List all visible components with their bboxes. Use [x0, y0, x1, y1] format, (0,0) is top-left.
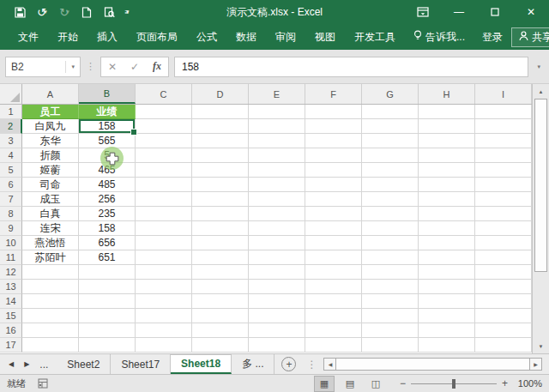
share-button[interactable]: 共享: [511, 27, 549, 47]
new-document-icon[interactable]: [77, 3, 96, 21]
zoom-in-button[interactable]: +: [502, 377, 508, 389]
cell-A13[interactable]: [22, 280, 79, 294]
customize-qat-icon[interactable]: ≡▾: [122, 3, 132, 21]
maximize-button[interactable]: [477, 0, 513, 24]
minimize-button[interactable]: —: [441, 0, 477, 24]
cell-D13[interactable]: [192, 280, 249, 294]
cell-I5[interactable]: [475, 163, 532, 178]
cell-D15[interactable]: [192, 309, 249, 323]
cell-F17[interactable]: [305, 338, 362, 353]
cell-C2[interactable]: [136, 119, 192, 134]
cell-H9[interactable]: [419, 221, 475, 236]
row-header-15[interactable]: 15: [0, 309, 22, 323]
cell-B17[interactable]: [79, 338, 136, 353]
cell-C16[interactable]: [136, 323, 192, 338]
cell-F11[interactable]: [305, 250, 362, 265]
row-header-12[interactable]: 12: [0, 265, 22, 280]
cell-A15[interactable]: [22, 309, 79, 323]
cell-D2[interactable]: [192, 119, 249, 134]
cell-H11[interactable]: [419, 250, 475, 265]
cell-H4[interactable]: [419, 148, 475, 163]
cell-B10[interactable]: 656: [79, 236, 136, 250]
cell-H12[interactable]: [419, 265, 475, 280]
cell-G8[interactable]: [362, 207, 419, 221]
column-header-I[interactable]: I: [475, 84, 532, 104]
cell-G6[interactable]: [362, 178, 419, 192]
sheet-tab-Sheet17[interactable]: Sheet17: [111, 354, 171, 374]
normal-view-button[interactable]: ▦: [314, 376, 335, 392]
name-box[interactable]: B2 ▾: [5, 57, 81, 77]
ribbon-tab-开发工具[interactable]: 开发工具: [345, 24, 405, 50]
cell-F9[interactable]: [305, 221, 362, 236]
cell-H17[interactable]: [419, 338, 475, 353]
undo-dropdown-icon[interactable]: ▾: [44, 9, 47, 15]
redo-button[interactable]: ↻▾: [55, 3, 74, 21]
cell-A9[interactable]: 连宋: [22, 221, 79, 236]
cell-F10[interactable]: [305, 236, 362, 250]
cell-G14[interactable]: [362, 294, 419, 309]
cell-H3[interactable]: [419, 134, 475, 148]
cell-E3[interactable]: [249, 134, 305, 148]
sheet-tab-Sheet2[interactable]: Sheet2: [57, 354, 111, 374]
row-header-13[interactable]: 13: [0, 280, 22, 294]
cell-E16[interactable]: [249, 323, 305, 338]
cell-B8[interactable]: 235: [79, 207, 136, 221]
cell-I15[interactable]: [475, 309, 532, 323]
row-header-7[interactable]: 7: [0, 192, 22, 207]
cell-C14[interactable]: [136, 294, 192, 309]
cell-C7[interactable]: [136, 192, 192, 207]
cell-I7[interactable]: [475, 192, 532, 207]
cell-F7[interactable]: [305, 192, 362, 207]
cell-A17[interactable]: [22, 338, 79, 353]
cell-H10[interactable]: [419, 236, 475, 250]
sheet-scroll-left-icon[interactable]: ◀: [9, 360, 14, 368]
cell-C6[interactable]: [136, 178, 192, 192]
cell-C13[interactable]: [136, 280, 192, 294]
cell-G1[interactable]: [362, 105, 419, 119]
cell-E7[interactable]: [249, 192, 305, 207]
cell-B3[interactable]: 565: [79, 134, 136, 148]
ribbon-display-options-icon[interactable]: [405, 0, 441, 24]
scroll-up-icon[interactable]: ▲: [533, 84, 549, 99]
cell-E10[interactable]: [249, 236, 305, 250]
cell-D17[interactable]: [192, 338, 249, 353]
row-header-6[interactable]: 6: [0, 178, 22, 192]
cell-G3[interactable]: [362, 134, 419, 148]
vertical-scroll-track[interactable]: [533, 99, 549, 339]
cell-A10[interactable]: 燕池悟: [22, 236, 79, 250]
cell-A2[interactable]: 白凤九: [22, 119, 79, 134]
cancel-icon[interactable]: ✕: [101, 61, 124, 73]
cell-F4[interactable]: [305, 148, 362, 163]
row-header-3[interactable]: 3: [0, 134, 22, 148]
cell-D8[interactable]: [192, 207, 249, 221]
cell-E5[interactable]: [249, 163, 305, 178]
cell-F12[interactable]: [305, 265, 362, 280]
cell-E13[interactable]: [249, 280, 305, 294]
cell-B9[interactable]: 158: [79, 221, 136, 236]
cell-I2[interactable]: [475, 119, 532, 134]
horizontal-scroll-thumb[interactable]: [336, 358, 529, 371]
column-header-C[interactable]: C: [136, 84, 192, 104]
cell-I14[interactable]: [475, 294, 532, 309]
cell-E14[interactable]: [249, 294, 305, 309]
enter-icon[interactable]: ✓: [124, 61, 146, 73]
cell-F1[interactable]: [305, 105, 362, 119]
cell-D5[interactable]: [192, 163, 249, 178]
ribbon-tab-公式[interactable]: 公式: [187, 24, 226, 50]
cell-H5[interactable]: [419, 163, 475, 178]
cell-E8[interactable]: [249, 207, 305, 221]
cell-I12[interactable]: [475, 265, 532, 280]
page-break-view-button[interactable]: ◫: [365, 376, 386, 392]
cell-H8[interactable]: [419, 207, 475, 221]
cell-A11[interactable]: 苏陌叶: [22, 250, 79, 265]
row-header-9[interactable]: 9: [0, 221, 22, 236]
cell-D3[interactable]: [192, 134, 249, 148]
sign-in-button[interactable]: 登录: [474, 30, 511, 45]
sheet-more-button[interactable]: ...: [39, 359, 48, 371]
cell-A12[interactable]: [22, 265, 79, 280]
column-header-A[interactable]: A: [22, 84, 79, 104]
cell-I16[interactable]: [475, 323, 532, 338]
cell-C17[interactable]: [136, 338, 192, 353]
cell-B13[interactable]: [79, 280, 136, 294]
cell-H2[interactable]: [419, 119, 475, 134]
